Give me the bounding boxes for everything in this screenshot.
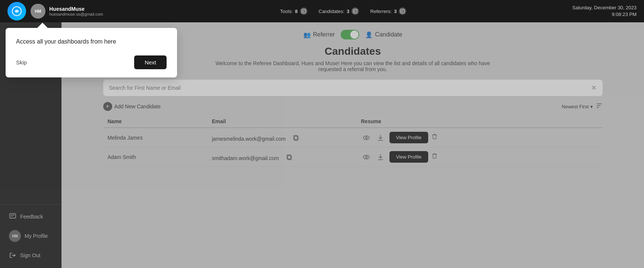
sort-controls: Newest First ▾ bbox=[562, 102, 602, 111]
candidate-name: Adam Smith bbox=[103, 147, 208, 167]
referrers-label: Referrers: bbox=[370, 9, 392, 14]
candidate-label: 👤 Candidate bbox=[365, 31, 402, 38]
table-row: Melinda James jamesmelinda.work@gmail.co… bbox=[103, 128, 603, 147]
user-avatar: HM bbox=[31, 4, 45, 19]
view-resume-icon[interactable] bbox=[361, 152, 372, 162]
svg-point-23 bbox=[363, 136, 369, 140]
add-icon: + bbox=[103, 102, 112, 111]
search-bar[interactable]: ✕ bbox=[103, 80, 603, 96]
sort-icon[interactable] bbox=[596, 102, 603, 111]
header-datetime: Saturday, December 30, 2023 9:08:23 PM bbox=[572, 4, 637, 18]
user-email: huesandmuse.ss@gmail.com bbox=[49, 12, 103, 16]
delete-candidate-icon-1[interactable] bbox=[432, 153, 437, 161]
role-toggle-switch[interactable] bbox=[341, 30, 359, 39]
referrer-icon: 👥 bbox=[303, 31, 311, 38]
search-input[interactable] bbox=[109, 80, 591, 96]
sidebar-bottom: Feedback HM My Profile Sign Out bbox=[0, 204, 61, 264]
tooltip-next-button[interactable]: Next bbox=[134, 55, 167, 69]
svg-point-29 bbox=[365, 156, 367, 158]
sign-out-label: Sign Out bbox=[20, 252, 40, 258]
main-layout: Dashboard Feedback HM My P bbox=[0, 22, 644, 268]
sidebar-item-feedback[interactable]: Feedback bbox=[2, 208, 59, 225]
resume-icons-row: View Profile bbox=[361, 151, 598, 163]
svg-rect-14 bbox=[10, 214, 16, 218]
copy-icon[interactable] bbox=[284, 152, 294, 162]
candidate-email: smithadam.work@gmail.com bbox=[208, 147, 357, 167]
tooltip-popup: Access all your dashboards from here Ski… bbox=[61, 28, 177, 77]
delete-candidate-icon-0[interactable] bbox=[432, 134, 437, 141]
candidate-name: Melinda James bbox=[103, 128, 208, 147]
sign-out-icon bbox=[9, 252, 16, 259]
date-display: Saturday, December 30, 2023 bbox=[572, 4, 637, 11]
user-info: HuesandMuse huesandmuse.ss@gmail.com bbox=[49, 6, 103, 16]
candidate-icon: 👤 bbox=[365, 31, 373, 38]
svg-rect-7 bbox=[401, 9, 404, 13]
referrer-label: 👥 Referrer bbox=[303, 31, 335, 38]
col-email: Email bbox=[208, 115, 357, 128]
download-resume-icon[interactable] bbox=[375, 152, 386, 162]
actions-row: + Add New Candidate Newest First ▾ bbox=[103, 102, 603, 111]
search-clear-icon[interactable]: ✕ bbox=[591, 84, 597, 92]
download-resume-icon[interactable] bbox=[375, 133, 386, 143]
referrers-stat: Referrers: 3 bbox=[370, 7, 406, 15]
sort-label: Newest First bbox=[562, 104, 588, 109]
referrers-value: 3 bbox=[394, 9, 397, 14]
tools-stat: Tools: 8 bbox=[280, 7, 307, 15]
tools-value: 8 bbox=[295, 9, 298, 14]
candidate-email: jamesmelinda.work@gmail.com bbox=[208, 128, 357, 147]
sidebar-item-sign-out[interactable]: Sign Out bbox=[2, 247, 59, 264]
sidebar-item-my-profile[interactable]: HM My Profile bbox=[2, 226, 59, 246]
app-header: HM HuesandMuse huesandmuse.ss@gmail.com … bbox=[0, 0, 644, 22]
candidate-resume-actions: View Profile bbox=[357, 147, 603, 167]
sort-select[interactable]: Newest First ▾ bbox=[562, 104, 593, 109]
sort-chevron-icon: ▾ bbox=[590, 104, 593, 109]
tooltip-text: Access all your dashboards from here bbox=[61, 38, 167, 45]
candidates-table: Name Email Resume Melinda James jamesmel… bbox=[103, 115, 603, 167]
user-name: HuesandMuse bbox=[49, 6, 103, 12]
svg-point-24 bbox=[365, 137, 367, 138]
app-logo bbox=[7, 2, 26, 20]
feedback-label: Feedback bbox=[20, 214, 43, 220]
candidates-value: 3 bbox=[347, 9, 349, 14]
view-profile-button-1[interactable]: View Profile bbox=[389, 151, 428, 163]
candidates-label: Candidates: bbox=[319, 9, 344, 14]
svg-rect-1 bbox=[302, 9, 306, 13]
page-description: Welcome to the Referee Dashboard, Hues a… bbox=[204, 60, 502, 72]
svg-point-28 bbox=[363, 155, 369, 159]
tooltip-footer: Skip Next bbox=[61, 55, 167, 69]
table-header: Name Email Resume bbox=[103, 115, 603, 128]
tools-label: Tools: bbox=[280, 9, 293, 14]
resume-icons-row: View Profile bbox=[361, 132, 598, 143]
view-resume-icon[interactable] bbox=[361, 133, 372, 143]
candidate-resume-actions: View Profile bbox=[357, 128, 603, 147]
time-display: 9:08:23 PM bbox=[572, 11, 637, 18]
tools-icon bbox=[300, 7, 307, 15]
candidates-icon bbox=[351, 7, 359, 15]
add-candidate-button[interactable]: + Add New Candidate bbox=[103, 102, 161, 111]
page-title: Candidates bbox=[103, 45, 603, 57]
candidates-stat: Candidates: 3 bbox=[319, 7, 359, 15]
svg-rect-4 bbox=[353, 9, 357, 13]
table-row: Adam Smith smithadam.work@gmail.com bbox=[103, 147, 603, 167]
feedback-icon bbox=[9, 213, 16, 220]
copy-icon[interactable] bbox=[291, 133, 301, 143]
view-profile-button-0[interactable]: View Profile bbox=[389, 132, 428, 143]
header-stats: Tools: 8 Candidates: 3 Referrers: 3 bbox=[114, 7, 572, 15]
referrers-icon bbox=[399, 7, 406, 15]
table-body: Melinda James jamesmelinda.work@gmail.co… bbox=[103, 128, 603, 167]
add-candidate-label: Add New Candidate bbox=[114, 103, 161, 109]
main-content: 👥 Referrer 👤 Candidate Candidates Welcom… bbox=[61, 22, 644, 268]
my-profile-label: My Profile bbox=[25, 233, 48, 239]
my-profile-avatar: HM bbox=[9, 230, 21, 242]
col-name: Name bbox=[103, 115, 208, 128]
col-resume: Resume bbox=[357, 115, 603, 128]
